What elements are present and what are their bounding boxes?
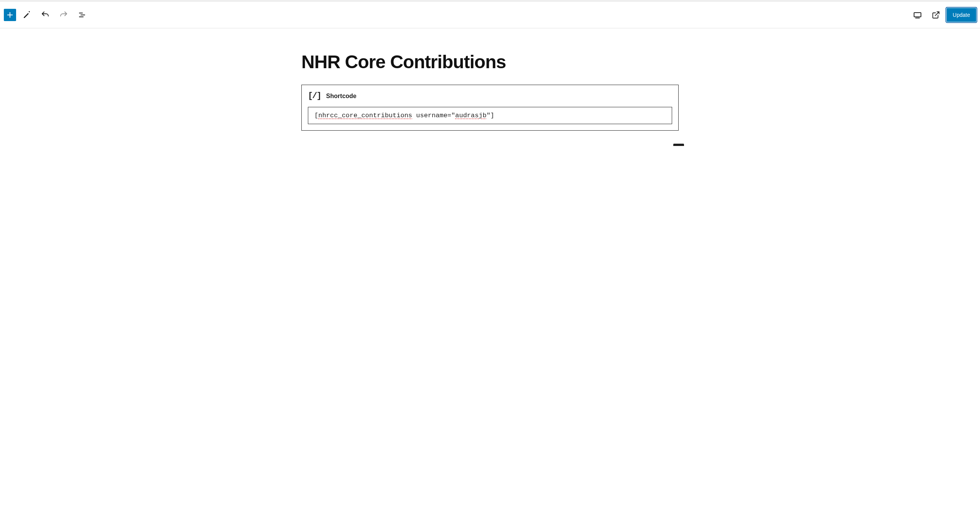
page-title[interactable]: NHR Core Contributions [301,51,679,72]
update-button[interactable]: Update [947,8,976,22]
shortcode-input[interactable]: [nhrcc_core_contributions username="audr… [314,112,666,119]
shortcode-block-header: [/] Shortcode [308,91,672,101]
content-wrapper: [/] Shortcode [nhrcc_core_contributions … [301,85,679,131]
editor-content: NHR Core Contributions [/] Shortcode [nh… [301,28,679,146]
list-view-icon [77,10,87,20]
desktop-icon [913,10,922,20]
svg-line-7 [935,11,939,15]
toolbar-right-group: Update [910,7,976,23]
editor-toolbar: Update [0,2,980,28]
redo-button[interactable] [56,7,71,23]
add-block-button[interactable] [4,9,16,21]
svg-rect-5 [914,13,921,17]
shortcode-attr: username=" [412,112,455,119]
add-block-inline-button[interactable] [673,144,684,146]
shortcode-input-wrapper[interactable]: [nhrcc_core_contributions username="audr… [308,107,672,124]
document-overview-button[interactable] [74,7,90,23]
shortcode-icon: [/] [308,91,321,101]
shortcode-close-bracket: "] [487,112,494,119]
toolbar-left-group [4,7,90,23]
redo-icon [59,10,68,20]
preview-button[interactable] [928,7,944,23]
plus-icon [675,145,682,146]
shortcode-block[interactable]: [/] Shortcode [nhrcc_core_contributions … [301,85,679,131]
shortcode-tag-name: nhrcc_core_contributions [318,112,412,119]
undo-icon [41,10,50,20]
view-button[interactable] [910,7,925,23]
shortcode-block-label: Shortcode [326,93,357,100]
shortcode-username-value: audrasjb [455,112,487,119]
undo-button[interactable] [38,7,53,23]
shortcode-bracket: [ [314,112,318,119]
tools-button[interactable] [19,7,35,23]
pencil-icon [22,10,31,20]
plus-icon [5,10,15,20]
external-link-icon [932,11,940,19]
